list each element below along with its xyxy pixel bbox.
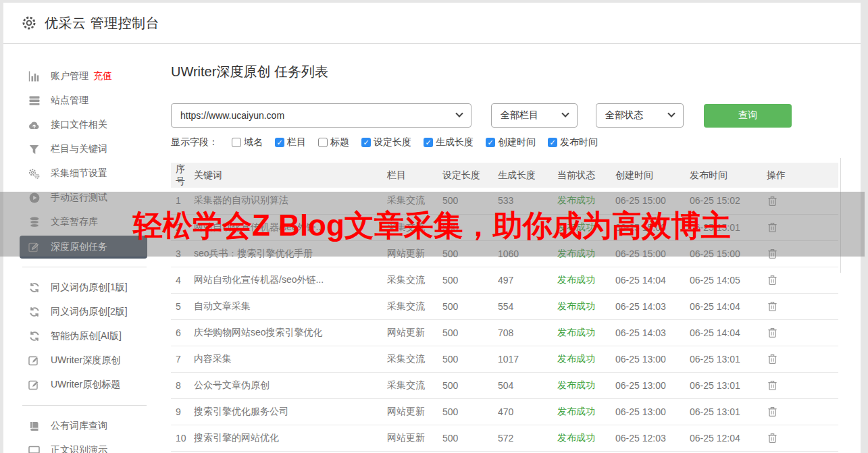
column-cell: 采集交流 <box>387 293 442 319</box>
field-checkbox-label: 域名 <box>244 136 263 149</box>
field-checkbox-标题[interactable]: 标题 <box>318 136 349 149</box>
column-cell: 采集交流 <box>387 372 442 398</box>
gen-length-cell: 497 <box>498 267 557 293</box>
delete-button[interactable] <box>767 432 778 444</box>
checkbox-checked-icon[interactable]: ✓ <box>275 138 284 147</box>
sidebar-item-label: 账户管理 <box>51 70 88 82</box>
checkbox-unchecked-icon[interactable] <box>232 138 241 147</box>
field-checkbox-label: 创建时间 <box>498 136 536 149</box>
created-time-cell: 06-25 13:00 <box>615 398 690 425</box>
delete-button[interactable] <box>767 300 778 313</box>
gen-length-cell: 572 <box>498 425 557 451</box>
column-header: 关键词 <box>194 163 387 188</box>
sidebar-item-account-management[interactable]: 账户管理充值 <box>3 64 156 88</box>
page-title: UWriter深度原创 任务列表 <box>171 63 861 81</box>
column-select[interactable]: 全部栏目 <box>491 103 578 128</box>
delete-button[interactable] <box>767 195 778 207</box>
field-checkbox-创建时间[interactable]: ✓创建时间 <box>486 136 536 149</box>
sidebar-item-manual-run-test[interactable]: 手动运行测试 <box>3 186 156 210</box>
action-cell <box>767 293 838 319</box>
sidebar-item-uwriter-deep-original[interactable]: UWriter深度原创 <box>3 348 156 373</box>
status-cell: 发布成功 <box>557 319 615 346</box>
delete-button[interactable] <box>767 353 778 365</box>
status-cell: 发布成功 <box>557 293 615 319</box>
gears-icon <box>28 168 40 179</box>
keyword-cell: 自动文章采集 <box>194 293 387 319</box>
recharge-badge[interactable]: 充值 <box>93 70 112 82</box>
server-icon <box>28 96 40 106</box>
site-select-value: https://www.ucaiyun.com <box>180 110 284 121</box>
field-checkbox-label: 栏目 <box>287 136 306 149</box>
row-number: 4 <box>171 267 194 293</box>
sidebar-item-site-management[interactable]: 站点管理 <box>3 88 156 113</box>
column-cell: 网站更新 <box>387 398 442 425</box>
field-checkbox-栏目[interactable]: ✓栏目 <box>275 136 306 149</box>
sidebar-item-collect-detail-settings[interactable]: 采集细节设置 <box>3 161 156 186</box>
sidebar-item-deep-original-tasks[interactable]: 深度原创任务 <box>20 236 147 259</box>
checkbox-checked-icon[interactable]: ✓ <box>486 138 495 147</box>
site-select[interactable]: https://www.ucaiyun.com <box>171 103 471 128</box>
sidebar-item-api-files[interactable]: 接口文件相关 <box>3 113 156 137</box>
monitor-icon <box>28 445 40 453</box>
edit-icon <box>28 355 40 366</box>
table-row: 6庆华购物网站seo搜索引擎优化网站更新500708发布成功06-25 14:0… <box>171 319 838 346</box>
delete-button[interactable] <box>767 327 778 339</box>
keyword-cell: 网站自动化宣传机器/seo外链... <box>194 267 387 293</box>
chevron-down-icon <box>667 110 675 117</box>
field-checkbox-生成长度[interactable]: ✓生成长度 <box>424 136 474 149</box>
sidebar-item-content-recognition-demo[interactable]: 正文识别演示 <box>3 438 156 453</box>
column-cell: 网站更新 <box>387 425 442 451</box>
delete-button[interactable] <box>767 248 778 260</box>
delete-button[interactable] <box>767 274 778 286</box>
sidebar-item-smart-pseudo-ai[interactable]: 智能伪原创[AI版] <box>3 324 156 348</box>
delete-button[interactable] <box>767 221 778 234</box>
chevron-down-icon <box>561 110 569 117</box>
checkbox-checked-icon[interactable]: ✓ <box>361 138 371 147</box>
table-row: 9搜索引擎优化服务公司网站更新500470发布成功06-25 13:0006-2… <box>171 398 838 425</box>
sidebar-item-public-dict-query[interactable]: 公有词库查询 <box>3 414 156 438</box>
status-cell: 发布成功 <box>557 214 615 240</box>
row-number: 2 <box>171 214 194 240</box>
query-button[interactable]: 查询 <box>704 104 792 128</box>
app-window: 优采云 管理控制台 账户管理充值站点管理接口文件相关栏目与关键词采集细节设置手动… <box>3 3 861 453</box>
column-cell: 采集交流 <box>387 214 442 240</box>
sidebar-item-uwriter-original-title[interactable]: UWriter原创标题 <box>3 373 156 397</box>
sidebar-item-synonym-pseudo-v2[interactable]: 同义词伪原创[2版] <box>3 300 156 324</box>
cloud-upload-icon <box>28 120 40 130</box>
published-time-cell: 06-25 13:01 <box>690 346 767 372</box>
keyword-cell: 网站自动化宣传机器/seo外链... <box>194 214 387 240</box>
sidebar-item-synonym-pseudo-v1[interactable]: 同义词伪原创[1版] <box>3 275 156 300</box>
created-time-cell: 06-25 14:04 <box>615 267 690 293</box>
table-row: 4网站自动化宣传机器/seo外链...采集交流500497发布成功06-25 1… <box>171 267 838 293</box>
field-checkbox-设定长度[interactable]: ✓设定长度 <box>361 136 411 149</box>
refresh-icon <box>28 282 40 293</box>
delete-button[interactable] <box>767 379 778 392</box>
created-time-cell: 06-25 14:03 <box>615 293 690 319</box>
chevron-down-icon <box>455 110 463 117</box>
delete-button[interactable] <box>767 406 778 418</box>
action-cell <box>767 240 838 267</box>
checkbox-unchecked-icon[interactable] <box>318 138 328 147</box>
column-select-value: 全部栏目 <box>501 109 538 122</box>
refresh-icon <box>28 331 40 342</box>
field-checkbox-域名[interactable]: 域名 <box>232 136 263 149</box>
column-header: 栏目 <box>387 163 442 188</box>
status-select[interactable]: 全部状态 <box>596 103 684 128</box>
set-length-cell: 500 <box>442 425 498 451</box>
checkbox-checked-icon[interactable]: ✓ <box>548 138 557 147</box>
set-length-cell: 500 <box>442 188 498 214</box>
sidebar-item-label: 同义词伪原创[2版] <box>51 306 128 318</box>
gen-length-cell: 1017 <box>498 346 557 372</box>
display-fields-row: 显示字段： 域名✓栏目标题✓设定长度✓生成长度✓创建时间✓发布时间 <box>171 136 861 149</box>
row-number: 1 <box>171 188 194 214</box>
checkbox-checked-icon[interactable]: ✓ <box>424 138 433 147</box>
set-length-cell: 500 <box>442 267 498 293</box>
column-header: 生成长度 <box>498 163 557 188</box>
published-time-cell: 06-25 15:01 <box>690 214 767 240</box>
sidebar-item-article-cache[interactable]: 文章暂存库 <box>3 210 156 234</box>
keyword-cell: seo兵书：搜索引擎优化手册 <box>194 240 387 267</box>
row-number: 8 <box>171 372 194 398</box>
keyword-cell: 公众号文章伪原创 <box>194 372 387 398</box>
field-checkbox-发布时间[interactable]: ✓发布时间 <box>548 136 598 149</box>
sidebar-item-columns-keywords[interactable]: 栏目与关键词 <box>3 137 156 161</box>
